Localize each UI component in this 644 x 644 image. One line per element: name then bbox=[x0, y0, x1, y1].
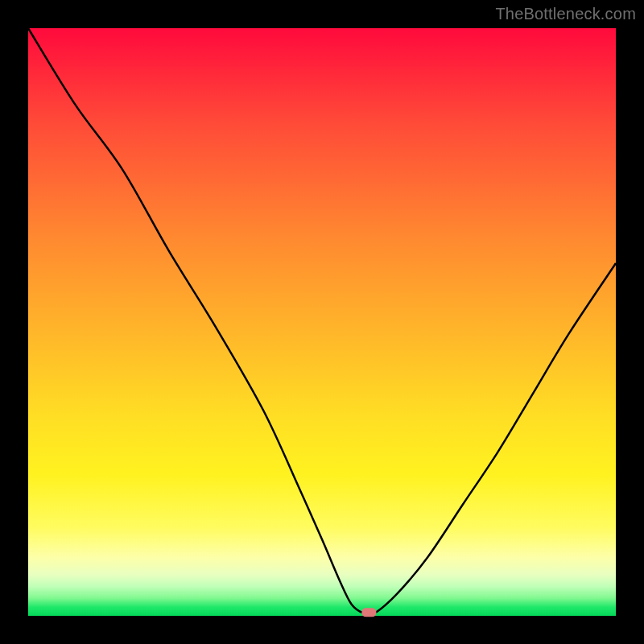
min-marker bbox=[361, 608, 376, 617]
bottleneck-curve bbox=[28, 28, 616, 615]
chart-frame: TheBottleneck.com bbox=[0, 0, 644, 644]
chart-svg bbox=[28, 28, 616, 616]
plot-area bbox=[28, 28, 616, 616]
watermark-text: TheBottleneck.com bbox=[495, 5, 636, 23]
